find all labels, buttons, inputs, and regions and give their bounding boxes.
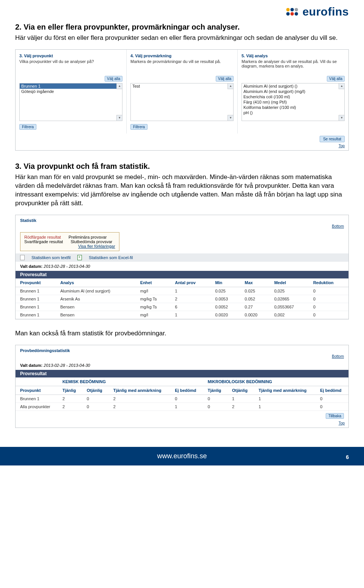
table-row: Alla provpunkter20210210 <box>16 402 348 410</box>
list-item[interactable]: Aluminium Al (end surgjort) (mg/l) <box>242 89 344 94</box>
export-text-link[interactable]: Statistiken som textfil <box>31 255 71 260</box>
col-ej-bedomd[interactable]: Ej bedömd <box>170 386 203 395</box>
provmarkning-listbox[interactable]: ▴ Test ▾ <box>130 83 234 121</box>
statistik-panel: Statistik Bottom Rödfärgade resultat Pre… <box>15 215 349 319</box>
section3-title: 3. Via provpunkt och få fram statistik. <box>15 162 349 171</box>
legend-black: Svartfärgade resultat <box>24 239 63 244</box>
section2-title: 2. Via en eller flera provpunkter, provm… <box>15 23 349 31</box>
textfile-icon[interactable] <box>20 255 25 260</box>
legend-red: Rödfärgade resultat <box>24 235 61 239</box>
list-item[interactable]: Götesjö ingående <box>20 89 122 94</box>
valj-alla-button[interactable]: Välj alla <box>216 76 234 82</box>
list-item[interactable]: Escherichia coli (/100 ml) <box>242 94 344 99</box>
table-row: Brunnen 1Aluminium Al (end surgjort)mg/l… <box>16 287 348 295</box>
col4-head: 4. Välj provmärkning <box>130 53 234 58</box>
logo-text: eurofins <box>303 5 349 18</box>
section3-desc: Här kan man för en vald provpunkt se med… <box>15 173 349 208</box>
footer-page-number: 6 <box>346 454 349 460</box>
provpunkt-listbox[interactable]: ▴ Brunnen 1 Götesjö ingående ▾ <box>19 83 122 121</box>
table-group-row: KEMISK BEDÖMNING MIKROBIOLOGISK BEDÖMNIN… <box>16 377 348 386</box>
col-tjanlig[interactable]: Tjänlig <box>203 386 228 395</box>
scroll-down-icon[interactable]: ▾ <box>228 115 233 121</box>
export-excel-link[interactable]: Statistiken som Excel-fil <box>89 255 133 260</box>
col-otjanlig[interactable]: Otjänlig <box>82 386 109 395</box>
scroll-down-icon[interactable]: ▾ <box>339 115 344 121</box>
col-antal[interactable]: Antal prov <box>170 278 210 287</box>
table-header-row: Provpunkt Analys Enhet Antal prov Min Ma… <box>16 278 348 287</box>
provresultat-header: Provresultat <box>16 370 348 377</box>
list-item[interactable]: Test <box>131 83 233 89</box>
bottom-link[interactable]: Bottom <box>16 224 348 231</box>
col-reduktion[interactable]: Reduktion <box>309 278 348 287</box>
col3-sub: Vilka provpunkter vill du se analyser på… <box>19 59 122 72</box>
valt-datum: Valt datum: 2013-02-28 - 2013-04-30 <box>16 262 348 271</box>
scroll-up-icon[interactable]: ▴ <box>116 83 122 89</box>
scroll-up-icon[interactable]: ▴ <box>339 83 344 89</box>
col-provmarkning: 4. Välj provmärkning Markera de provmärk… <box>127 50 238 134</box>
export-bar: Statistiken som textfil Statistiken som … <box>16 253 348 262</box>
col-tjanlig-anm[interactable]: Tjänlig med anmärkning <box>254 386 315 395</box>
valj-alla-button[interactable]: Välj alla <box>327 76 345 82</box>
col-ej-bedomd[interactable]: Ej bedömd <box>315 386 348 395</box>
col-tjanlig[interactable]: Tjänlig <box>58 386 82 395</box>
filtrera-button[interactable]: Filtrera <box>19 124 36 130</box>
statistik-table: Provpunkt Analys Enhet Antal prov Min Ma… <box>16 278 348 319</box>
group-kemisk: KEMISK BEDÖMNING <box>58 377 203 386</box>
col-tjanlig-anm[interactable]: Tjänlig med anmärkning <box>109 386 170 395</box>
valj-alla-button[interactable]: Välj alla <box>105 76 122 82</box>
col-analys: 5. Välj analys Markera de analyser du vi… <box>238 50 348 134</box>
list-item[interactable]: Färg (410 nm) (mg Pt/l) <box>242 99 344 105</box>
legend-black-desc: Slutbedömda provsvar <box>71 239 112 244</box>
col-max[interactable]: Max <box>240 278 270 287</box>
valt-datum: Valt datum: 2013-02-28 - 2013-04-30 <box>16 361 348 370</box>
list-item[interactable]: Brunnen 1 <box>20 83 122 89</box>
filtrera-button[interactable]: Filtrera <box>130 124 147 130</box>
analys-listbox[interactable]: ▴ Aluminium Al (end surgjort) () Alumini… <box>242 83 345 121</box>
col-enhet[interactable]: Enhet <box>136 278 171 287</box>
list-item[interactable]: Aluminium Al (end surgjort) () <box>242 83 344 89</box>
col-provpunkt[interactable]: Provpunkt <box>16 278 56 287</box>
logo: eurofins <box>285 5 349 19</box>
col-provpunkt: 3. Välj provpunkt Vilka provpunkter vill… <box>16 50 127 134</box>
table-row: Brunnen 120200110 <box>16 395 348 402</box>
top-link[interactable]: Top <box>16 144 348 150</box>
col5-sub: Markera de analyser du vill se resultat … <box>242 59 345 72</box>
provbedomning-title: Provbedömningsstatistik <box>16 345 348 354</box>
tillbaka-button[interactable]: Tillbaka <box>326 413 344 419</box>
legend-box: Rödfärgade resultat Preliminära provsvar… <box>20 232 119 251</box>
section2-desc: Här väljer du först en eller flera provp… <box>15 34 349 42</box>
col5-head: 5. Välj analys <box>242 53 345 58</box>
col-analys[interactable]: Analys <box>56 278 136 287</box>
col-otjanlig[interactable]: Otjänlig <box>228 386 254 395</box>
col4-sub: Markera de provmärkningar du vill se res… <box>130 59 234 72</box>
table-header-row: Provpunkt Tjänlig Otjänlig Tjänlig med a… <box>16 386 348 395</box>
se-resultat-button[interactable]: Se resultat <box>320 136 345 142</box>
scroll-up-icon[interactable]: ▴ <box>228 83 233 89</box>
col3-head: 3. Välj provpunkt <box>19 53 122 58</box>
provresultat-header: Provresultat <box>16 271 348 278</box>
col-provpunkt[interactable]: Provpunkt <box>16 386 58 395</box>
bottom-link[interactable]: Bottom <box>16 354 348 361</box>
footer-url: www.eurofins.se <box>157 452 207 460</box>
col-min[interactable]: Min <box>210 278 240 287</box>
legend-more-link[interactable]: Visa fler förklaringar <box>78 244 115 248</box>
provbedomning-panel: Provbedömningsstatistik Bottom Valt datu… <box>15 345 349 428</box>
top-link[interactable]: Top <box>16 421 348 428</box>
table-row: Brunnen 1Arsenik Asmg/kg Ts20.00530.0520… <box>16 295 348 303</box>
col-medel[interactable]: Medel <box>270 278 309 287</box>
scroll-down-icon[interactable]: ▾ <box>116 115 122 121</box>
statistik-title: Statistik <box>16 215 348 224</box>
bedomning-table: KEMISK BEDÖMNING MIKROBIOLOGISK BEDÖMNIN… <box>16 377 348 411</box>
page-footer: www.eurofins.se 6 <box>0 447 364 465</box>
table-row: Brunnen 1Bensenmg/l10.00200.00200,0020 <box>16 311 348 319</box>
legend-red-desc: Preliminära provsvar <box>69 235 107 239</box>
group-mikro: MIKROBIOLOGISK BEDÖMNING <box>203 377 348 386</box>
logo-icon <box>285 5 300 19</box>
list-item[interactable]: Koliforma bakterier (/100 ml) <box>242 105 344 110</box>
selection-panel: 3. Välj provpunkt Vilka provpunkter vill… <box>15 49 349 151</box>
list-item[interactable]: pH () <box>242 110 344 115</box>
excel-icon[interactable] <box>77 255 82 260</box>
section4-line: Man kan också få fram statistik för prov… <box>15 329 349 338</box>
table-row: Brunnen 1Bensenmg/kg Ts60.00520.270,0553… <box>16 303 348 311</box>
